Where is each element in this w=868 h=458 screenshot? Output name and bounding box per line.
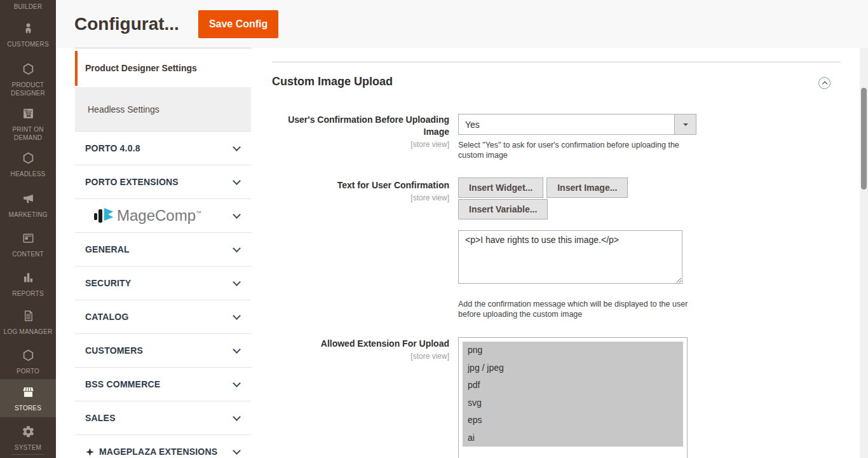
magecomp-logo-text: MageComp™ [117, 207, 201, 225]
sidebar-item-label: PORTO [17, 367, 39, 375]
chevron-down-icon [233, 278, 241, 286]
extension-option[interactable]: png [463, 342, 683, 359]
confirmation-text-textarea[interactable]: <p>I have rights to use this image.</p> [458, 230, 682, 284]
print-on-demand-icon [22, 107, 35, 123]
insert-widget-button[interactable]: Insert Widget... [458, 177, 543, 198]
save-config-button[interactable]: Save Config [198, 10, 278, 38]
config-section-label: CUSTOMERS [85, 345, 234, 356]
sidebar-item-log-manager[interactable]: LOG MANAGER [0, 309, 56, 336]
sidebar-divider [12, 454, 44, 455]
sidebar-item-headless[interactable]: HEADLESS [0, 151, 56, 178]
config-section-security[interactable]: SECURITY [75, 266, 251, 300]
sidebar-item-builder[interactable]: BUILDER [0, 0, 56, 11]
vertical-scrollbar[interactable] [860, 48, 868, 458]
magecomp-logo-icon [94, 207, 114, 224]
config-section-label: GENERAL [85, 244, 234, 254]
section-title: Custom Image Upload [272, 75, 393, 88]
config-nav-item-label: Product Designer Settings [85, 63, 197, 73]
sidebar-item-label: CUSTOMERS [7, 40, 49, 48]
sidebar-item-label: PRODUCT DESIGNER [0, 81, 56, 97]
content-icon [22, 232, 35, 247]
mageplaza-icon [85, 447, 95, 457]
config-section-label: SECURITY [85, 278, 234, 288]
config-section-label: PORTO EXTENSIONS [85, 177, 234, 187]
sidebar-item-product-designer[interactable]: PRODUCT DESIGNER [0, 62, 56, 97]
chevron-down-icon [233, 211, 241, 219]
field-label-text-confirmation: Text for User Confirmation [store view] [261, 179, 449, 204]
config-section-label: BSS COMMERCE [85, 379, 234, 389]
sidebar-item-system[interactable]: SYSTEM [0, 425, 56, 452]
select-dropdown-arrow-icon [674, 114, 696, 134]
sidebar-item-stores[interactable]: STORES [0, 379, 56, 417]
config-section-magecomp[interactable]: MageComp™ [75, 198, 251, 232]
chevron-down-icon [233, 177, 241, 185]
scrollbar-thumb[interactable] [861, 88, 867, 190]
section-divider [272, 62, 841, 62]
collapse-section-button[interactable] [818, 77, 831, 89]
sidebar-item-label: MARKETING [8, 211, 47, 219]
page-header: Configurat... Save Config [56, 0, 868, 48]
sidebar-item-label: LOG MANAGER [4, 328, 53, 336]
system-icon [22, 425, 35, 441]
config-section-porto[interactable]: PORTO 4.0.8 [75, 131, 251, 165]
marketing-icon [22, 192, 35, 208]
log-manager-icon [22, 309, 35, 325]
editor-buttons: Insert Widget... Insert Image... Insert … [458, 177, 700, 219]
sidebar-item-label: STORES [15, 404, 41, 412]
config-nav: Product Designer Settings Headless Setti… [75, 48, 251, 458]
reports-icon [22, 271, 35, 287]
config-section-customers[interactable]: CUSTOMERS [75, 333, 251, 367]
insert-variable-button[interactable]: Insert Variable... [458, 199, 548, 219]
extension-option[interactable]: pdf [463, 377, 683, 394]
headless-icon [22, 151, 35, 167]
sidebar-item-customers[interactable]: CUSTOMERS [0, 22, 56, 48]
extension-option[interactable]: eps [463, 412, 683, 429]
insert-image-button[interactable]: Insert Image... [546, 177, 628, 198]
sidebar-item-label: PRINT ON DEMAND [0, 125, 56, 142]
magecomp-logo: MageComp™ [85, 207, 234, 225]
page-title: Configurat... [74, 14, 179, 34]
config-nav-item-label: Headless Settings [88, 104, 159, 114]
chevron-down-icon [233, 312, 241, 320]
extension-option[interactable]: svg [463, 394, 683, 412]
sidebar-item-reports[interactable]: REPORTS [0, 271, 56, 298]
customers-icon [22, 22, 35, 38]
sidebar-item-label: CONTENT [12, 250, 44, 258]
sidebar-item-content[interactable]: CONTENT [0, 232, 56, 258]
user-confirmation-select[interactable]: Yes [458, 114, 696, 135]
sidebar-item-print-on-demand[interactable]: PRINT ON DEMAND [0, 107, 56, 142]
porto-icon [22, 349, 35, 364]
config-section-label: CATALOG [85, 312, 234, 322]
field-label-user-confirmation: User's Confirmation Before Uploading Ima… [261, 114, 449, 151]
config-section-general[interactable]: GENERAL [75, 232, 251, 266]
config-section-porto-extensions[interactable]: PORTO EXTENSIONS [75, 165, 251, 198]
product-designer-icon [22, 62, 35, 78]
config-form: Custom Image Upload User's Confirmation … [261, 48, 860, 458]
config-section-label: MAGEPLAZA EXTENSIONS [99, 447, 234, 457]
extension-option[interactable]: ai [463, 429, 683, 447]
chevron-down-icon [233, 413, 241, 421]
sidebar-item-label: REPORTS [12, 289, 44, 298]
field-note: Select "Yes" to ask for user's confirmat… [458, 141, 695, 160]
sidebar-item-porto[interactable]: PORTO [0, 349, 56, 375]
select-value: Yes [465, 120, 480, 130]
allowed-extension-multiselect[interactable]: png jpg / jpeg pdf svg eps ai [458, 337, 688, 458]
config-nav-item-headless-settings[interactable]: Headless Settings [75, 87, 251, 131]
config-section-label: SALES [85, 413, 234, 423]
config-nav-item-product-designer-settings[interactable]: Product Designer Settings [75, 48, 251, 87]
chevron-down-icon [233, 447, 241, 455]
config-section-mageplaza-extensions[interactable]: MAGEPLAZA EXTENSIONS [75, 434, 251, 458]
field-scope: [store view] [261, 139, 449, 151]
config-section-label: PORTO 4.0.8 [85, 143, 234, 153]
chevron-up-icon [822, 81, 827, 86]
field-note: Add the confirmation message which will … [458, 300, 695, 319]
extension-option[interactable]: jpg / jpeg [463, 359, 683, 377]
config-section-bss-commerce[interactable]: BSS COMMERCE [75, 367, 251, 401]
sidebar-item-label: BUILDER [14, 3, 43, 11]
sidebar-item-marketing[interactable]: MARKETING [0, 192, 56, 219]
config-section-sales[interactable]: SALES [75, 401, 251, 434]
field-scope: [store view] [261, 350, 449, 363]
config-section-catalog[interactable]: CATALOG [75, 300, 251, 333]
sidebar-item-label: HEADLESS [11, 170, 46, 178]
field-label-allowed-extension: Allowed Extension For Upload [store view… [261, 338, 449, 363]
